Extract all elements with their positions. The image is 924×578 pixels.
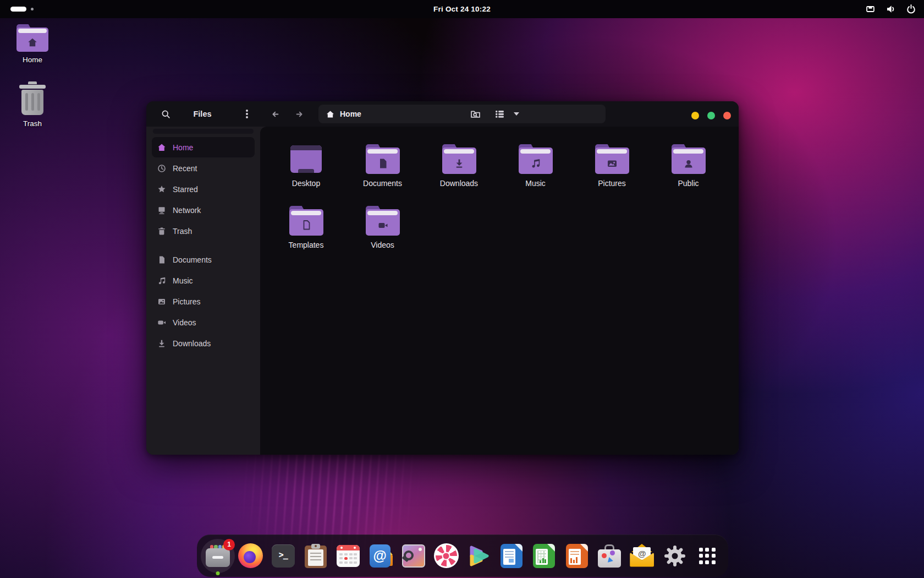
- firefox-icon: [238, 543, 263, 568]
- sidebar-item-documents[interactable]: Documents: [152, 249, 255, 270]
- trash-can-icon: [17, 81, 48, 116]
- document-icon: [157, 255, 166, 264]
- sidebar-top-strip: [153, 129, 254, 134]
- presentation-icon: [566, 544, 588, 568]
- dock-item-spreadsheet[interactable]: [531, 543, 557, 569]
- file-grid: Desktop Documents Downloads: [268, 142, 730, 265]
- spreadsheet-icon: [533, 544, 555, 568]
- power-icon[interactable]: [905, 4, 916, 15]
- dock-item-terminal[interactable]: >_: [270, 543, 296, 569]
- folder-person-icon: [672, 144, 706, 174]
- app-grid-icon: [699, 548, 716, 564]
- dock-item-firefox[interactable]: [237, 543, 263, 569]
- file-item-music[interactable]: Music: [497, 142, 574, 204]
- sidebar-item-pictures[interactable]: Pictures: [152, 291, 255, 312]
- dock-item-settings[interactable]: [662, 543, 688, 569]
- trash-icon: [157, 227, 166, 236]
- file-item-desktop[interactable]: Desktop: [268, 142, 344, 204]
- download-icon: [157, 339, 166, 348]
- clipboard-icon: [305, 544, 327, 568]
- maximize-button[interactable]: [707, 112, 715, 119]
- notification-badge: 1: [223, 539, 235, 550]
- gear-icon: [663, 544, 687, 568]
- sidebar-item-label: Recent: [173, 164, 197, 173]
- dock-item-calendar[interactable]: [335, 543, 361, 569]
- home-icon: [326, 110, 334, 118]
- window-body: Home Recent Starred Network Trash Do: [146, 127, 739, 455]
- sidebar-item-label: Downloads: [173, 339, 211, 348]
- sidebar-item-label: Music: [173, 276, 193, 285]
- dock-item-email[interactable]: @: [368, 543, 394, 569]
- sidebar-item-label: Starred: [173, 185, 198, 194]
- sidebar-item-label: Trash: [173, 227, 192, 236]
- path-bar[interactable]: Home: [318, 105, 606, 123]
- dock-item-music-player[interactable]: [433, 543, 459, 569]
- terminal-icon: >_: [272, 544, 295, 568]
- file-item-templates[interactable]: Templates: [268, 204, 344, 265]
- file-name: Documents: [363, 179, 402, 188]
- forward-arrow-icon[interactable]: [292, 107, 306, 121]
- dock-item-writer[interactable]: [498, 543, 525, 569]
- file-name: Downloads: [440, 179, 478, 188]
- desktop-icon-label: Trash: [23, 119, 42, 128]
- dock-item-image-viewer[interactable]: [400, 543, 427, 569]
- dock-item-clipboard[interactable]: [302, 543, 329, 569]
- app-title: Files: [177, 110, 228, 118]
- network-icon: [157, 206, 166, 215]
- top-bar: Fri Oct 24 10:22: [0, 0, 924, 18]
- file-item-documents[interactable]: Documents: [344, 142, 421, 204]
- back-arrow-icon[interactable]: [268, 107, 282, 121]
- desktop-icon-label: Home: [23, 56, 42, 64]
- desktop-icon-home[interactable]: Home: [9, 24, 56, 64]
- dock-item-video-player[interactable]: [466, 543, 492, 569]
- dock-item-software-store[interactable]: [596, 543, 623, 569]
- running-indicator-dot: [216, 571, 220, 575]
- mail-envelope-icon: @: [630, 545, 654, 567]
- close-button[interactable]: [723, 112, 731, 119]
- home-icon: [157, 143, 166, 152]
- sidebar-item-home[interactable]: Home: [152, 137, 255, 157]
- writer-document-icon: [501, 544, 522, 568]
- list-view-icon[interactable]: [492, 107, 507, 121]
- clock[interactable]: Fri Oct 24 10:22: [0, 5, 924, 13]
- email-at-icon: @: [370, 544, 393, 568]
- clock-icon: [157, 164, 166, 173]
- star-icon: [157, 185, 166, 194]
- sidebar-item-videos[interactable]: Videos: [152, 312, 255, 332]
- sidebar: Home Recent Starred Network Trash Do: [146, 127, 260, 455]
- screen-share-icon[interactable]: [865, 4, 876, 15]
- nav-buttons: [268, 107, 306, 121]
- dock-item-presentation[interactable]: [564, 543, 590, 569]
- file-item-public[interactable]: Public: [650, 142, 727, 204]
- dock-item-app-grid[interactable]: [694, 543, 721, 569]
- sidebar-item-network[interactable]: Network: [152, 200, 255, 220]
- folder-document-icon: [366, 144, 400, 174]
- path-current-folder: Home: [340, 110, 361, 118]
- sidebar-item-starred[interactable]: Starred: [152, 179, 255, 199]
- file-name: Templates: [289, 241, 324, 249]
- file-name: Desktop: [292, 179, 320, 188]
- view-options-caret-icon[interactable]: [512, 107, 521, 121]
- sidebar-item-label: Pictures: [173, 297, 201, 306]
- folder-search-icon[interactable]: [468, 107, 482, 121]
- sidebar-section-gap: [152, 242, 255, 249]
- sidebar-item-music[interactable]: Music: [152, 270, 255, 291]
- file-item-downloads[interactable]: Downloads: [421, 142, 497, 204]
- volume-icon[interactable]: [885, 4, 896, 15]
- sidebar-item-label: Documents: [173, 255, 212, 264]
- file-item-videos[interactable]: Videos: [344, 204, 421, 265]
- search-icon[interactable]: [158, 107, 173, 121]
- dock-item-mail[interactable]: @: [629, 543, 655, 569]
- app-menu-kebab-icon[interactable]: [240, 107, 254, 121]
- file-name: Public: [678, 179, 698, 188]
- sidebar-item-label: Network: [173, 206, 201, 215]
- sidebar-item-downloads[interactable]: Downloads: [152, 333, 255, 353]
- sidebar-item-trash[interactable]: Trash: [152, 221, 255, 241]
- dock-item-files[interactable]: 1: [205, 543, 231, 569]
- dock: 1 >_ @: [197, 535, 728, 577]
- minimize-button[interactable]: [691, 112, 699, 119]
- file-item-pictures[interactable]: Pictures: [574, 142, 650, 204]
- sidebar-item-label: Videos: [173, 318, 196, 327]
- sidebar-item-recent[interactable]: Recent: [152, 158, 255, 178]
- desktop-icon-trash[interactable]: Trash: [9, 81, 56, 128]
